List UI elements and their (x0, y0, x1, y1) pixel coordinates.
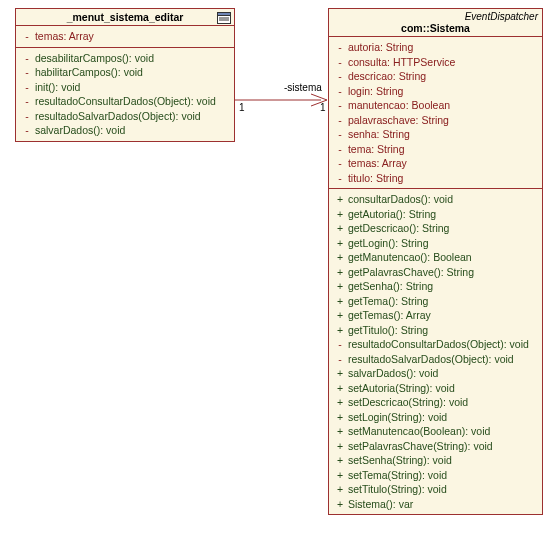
visibility-symbol: - (22, 94, 32, 109)
operation-row: + setTitulo(String): void (335, 482, 536, 497)
type-name: void (433, 454, 452, 466)
visibility-symbol: + (335, 308, 345, 323)
operation-name: getSenha(): (345, 280, 406, 292)
type-name: String (401, 324, 428, 336)
visibility-symbol: - (335, 40, 345, 55)
type-name: void (510, 338, 529, 350)
operation-name: consultarDados(): (345, 193, 434, 205)
type-name: Array (69, 30, 94, 42)
operation-row: + getAutoria(): String (335, 207, 536, 222)
operation-row: + getLogin(): String (335, 236, 536, 251)
visibility-symbol: + (335, 497, 345, 512)
attribute-row: - tema: String (335, 142, 536, 157)
visibility-symbol: - (335, 127, 345, 142)
type-name: String (401, 295, 428, 307)
association-line (235, 90, 329, 110)
visibility-symbol: - (335, 156, 345, 171)
operation-row: + setTema(String): void (335, 468, 536, 483)
attribute-row: - temas: Array (335, 156, 536, 171)
visibility-symbol: + (335, 453, 345, 468)
operation-row: + consultarDados(): void (335, 192, 536, 207)
visibility-symbol: - (22, 51, 32, 66)
operation-name: getLogin(): (345, 237, 401, 249)
visibility-symbol: - (335, 84, 345, 99)
type-name: var (399, 498, 414, 510)
visibility-symbol: + (335, 424, 345, 439)
visibility-symbol: + (335, 468, 345, 483)
visibility-symbol: - (335, 142, 345, 157)
type-name: void (181, 110, 200, 122)
visibility-symbol: - (22, 80, 32, 95)
type-name: String (382, 128, 409, 140)
visibility-symbol: + (335, 381, 345, 396)
attribute-row: - consulta: HTTPService (335, 55, 536, 70)
type-name: String (406, 280, 433, 292)
operation-name: setLogin(String): (345, 411, 428, 423)
type-name: String (447, 266, 474, 278)
operation-name: getAutoria(): (345, 208, 409, 220)
operation-name: getTitulo(): (345, 324, 401, 336)
attribute-name: autoria: (345, 41, 386, 53)
visibility-symbol: - (335, 69, 345, 84)
attribute-name: temas: (32, 30, 69, 42)
operation-name: desabilitarCampos(): (32, 52, 135, 64)
operation-row: + salvarDados(): void (335, 366, 536, 381)
class-left-operations: - desabilitarCampos(): void- habilitarCa… (16, 48, 234, 141)
attribute-row: - temas: Array (22, 29, 228, 44)
operation-name: getPalavrasChave(): (345, 266, 447, 278)
operation-name: init(): (32, 81, 61, 93)
operation-row: - desabilitarCampos(): void (22, 51, 228, 66)
attribute-name: temas: (345, 157, 382, 169)
operation-row: + setAutoria(String): void (335, 381, 536, 396)
class-left-titlebar: _menut_sistema_editar (16, 9, 234, 26)
type-name: Array (382, 157, 407, 169)
association-mult-a: 1 (239, 102, 245, 113)
type-name: String (409, 208, 436, 220)
visibility-symbol: + (335, 207, 345, 222)
type-name: void (435, 382, 454, 394)
operation-name: setTitulo(String): (345, 483, 427, 495)
operation-name: setManutencao(Boolean): (345, 425, 471, 437)
type-name: String (377, 143, 404, 155)
class-right-attributes: - autoria: String- consulta: HTTPService… (329, 37, 542, 189)
type-name: String (376, 85, 403, 97)
operation-name: setTema(String): (345, 469, 428, 481)
visibility-symbol: + (335, 439, 345, 454)
type-name: void (419, 367, 438, 379)
type-name: void (106, 124, 125, 136)
operation-name: resultadoSalvarDados(Object): (345, 353, 494, 365)
type-name: void (197, 95, 216, 107)
operation-row: + getTemas(): Array (335, 308, 536, 323)
visibility-symbol: + (335, 323, 345, 338)
operation-name: setAutoria(String): (345, 382, 435, 394)
operation-name: resultadoConsultarDados(Object): (32, 95, 197, 107)
visibility-symbol: + (335, 294, 345, 309)
class-menut-sistema-editar: _menut_sistema_editar - temas: Array - d… (15, 8, 235, 142)
type-name: void (61, 81, 80, 93)
association-mult-b: 1 (320, 102, 326, 113)
operation-row: + setSenha(String): void (335, 453, 536, 468)
class-left-attributes: - temas: Array (16, 26, 234, 48)
visibility-symbol: - (335, 55, 345, 70)
class-com-sistema: EventDispatcher com::Sistema - autoria: … (328, 8, 543, 515)
operation-row: + getPalavrasChave(): String (335, 265, 536, 280)
operation-row: + getTitulo(): String (335, 323, 536, 338)
visibility-symbol: - (22, 29, 32, 44)
visibility-symbol: - (22, 65, 32, 80)
operation-row: + Sistema(): var (335, 497, 536, 512)
attribute-row: - manutencao: Boolean (335, 98, 536, 113)
operation-row: - resultadoSalvarDados(Object): void (22, 109, 228, 124)
operation-row: + setManutencao(Boolean): void (335, 424, 536, 439)
attribute-row: - autoria: String (335, 40, 536, 55)
operation-row: + getManutencao(): Boolean (335, 250, 536, 265)
visibility-symbol: - (335, 113, 345, 128)
type-name: void (428, 469, 447, 481)
attribute-row: - senha: String (335, 127, 536, 142)
visibility-symbol: + (335, 410, 345, 425)
operation-row: - salvarDados(): void (22, 123, 228, 138)
operation-name: Sistema(): (345, 498, 399, 510)
operation-name: habilitarCampos(): (32, 66, 124, 78)
type-name: Boolean (433, 251, 472, 263)
operation-row: + setPalavrasChave(String): void (335, 439, 536, 454)
visibility-symbol: + (335, 192, 345, 207)
